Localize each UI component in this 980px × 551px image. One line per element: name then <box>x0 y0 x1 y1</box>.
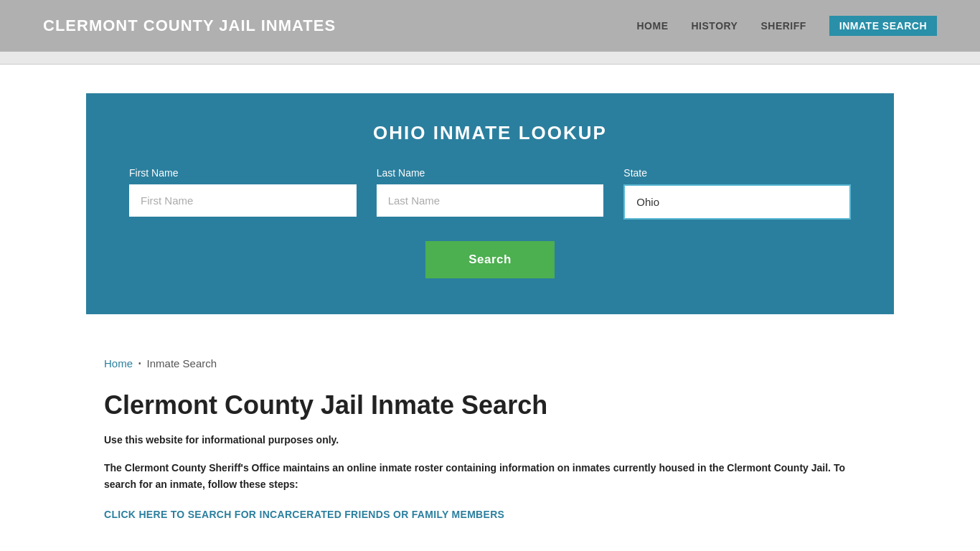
breadcrumb: Home • Inmate Search <box>104 357 876 369</box>
search-button[interactable]: Search <box>425 241 555 278</box>
site-header: CLERMONT COUNTY JAIL INMATES HOME HISTOR… <box>0 0 980 52</box>
page-heading: Clermont County Jail Inmate Search <box>104 390 876 420</box>
breadcrumb-separator: • <box>138 359 141 367</box>
search-section: OHIO INMATE LOOKUP First Name Last Name … <box>86 93 894 314</box>
tagline-text: Use this website for informational purpo… <box>104 432 876 448</box>
breadcrumb-current: Inmate Search <box>147 357 217 369</box>
first-name-label: First Name <box>129 167 357 179</box>
state-label: State <box>623 167 851 179</box>
description-text: The Clermont County Sheriff's Office mai… <box>104 460 876 494</box>
nav-sheriff[interactable]: SHERIFF <box>760 20 806 32</box>
state-input[interactable] <box>623 184 851 220</box>
breadcrumb-section: Home • Inmate Search <box>0 343 980 369</box>
breadcrumb-home-link[interactable]: Home <box>104 357 133 369</box>
nav-home[interactable]: HOME <box>637 20 669 32</box>
state-group: State <box>623 167 851 220</box>
site-title: CLERMONT COUNTY JAIL INMATES <box>43 17 336 35</box>
main-nav: HOME HISTORY SHERIFF INMATE SEARCH <box>637 16 938 36</box>
main-content: Clermont County Jail Inmate Search Use t… <box>0 369 980 550</box>
form-row: First Name Last Name State <box>129 167 851 220</box>
nav-inmate-search[interactable]: INMATE SEARCH <box>829 16 937 36</box>
search-btn-row: Search <box>129 241 851 278</box>
first-name-group: First Name <box>129 167 357 220</box>
search-link[interactable]: CLICK HERE to Search for Incarcerated Fr… <box>104 509 504 520</box>
last-name-group: Last Name <box>377 167 604 220</box>
nav-history[interactable]: HISTORY <box>692 20 738 32</box>
sub-header-stripe <box>0 52 980 65</box>
last-name-label: Last Name <box>377 167 604 179</box>
first-name-input[interactable] <box>129 184 357 217</box>
last-name-input[interactable] <box>377 184 604 217</box>
lookup-title: OHIO INMATE LOOKUP <box>129 122 851 144</box>
